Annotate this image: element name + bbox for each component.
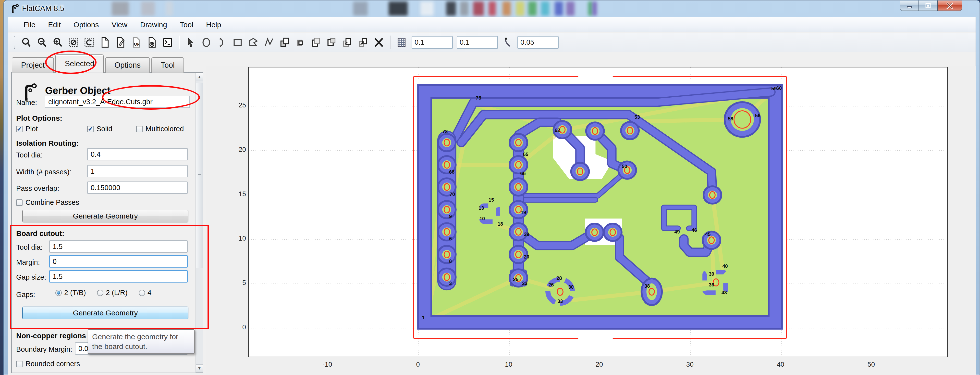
x-tick-label: 20 (589, 361, 609, 369)
draw-polyline-icon[interactable] (262, 35, 276, 49)
grid-snap-icon[interactable] (395, 35, 409, 49)
new-project-icon[interactable] (98, 35, 112, 49)
pad-number-label: 18 (498, 221, 503, 227)
glass-reflection (488, 2, 496, 16)
selected-panel: Gerber Object Name: clignotant_v3.2_A-Ed… (8, 66, 205, 375)
name-label: Name: (16, 99, 37, 107)
glass-reflection (592, 2, 597, 16)
close-button[interactable] (937, 0, 962, 11)
menu-help[interactable]: Help (200, 19, 228, 31)
combine-passes-checkbox[interactable]: Combine Passes (16, 198, 79, 206)
shell-icon[interactable] (161, 35, 175, 49)
plot-axes[interactable]: 1757368709683656662535058565960151310181… (248, 67, 948, 357)
checkbox-box (136, 126, 143, 132)
isolation-2-input[interactable]: 0.150000 (87, 182, 188, 194)
draw-polygon-icon[interactable] (246, 35, 261, 49)
pad-number-label: 45 (705, 231, 711, 237)
y-tick-label: 20 (232, 146, 246, 153)
grid-x-input[interactable]: 0.1 (412, 36, 453, 49)
clear-plot-icon[interactable] (67, 35, 81, 49)
glass-reflection (353, 2, 368, 16)
open-project-icon[interactable] (113, 35, 128, 49)
titlebar[interactable]: FlatCAM 8.5 (4, 0, 980, 17)
import-cancel-icon[interactable] (145, 35, 159, 49)
pad-number-label: 40 (722, 263, 728, 269)
pad-number-label: 62 (555, 128, 560, 133)
glass-reflection (112, 2, 129, 16)
pcb-plot-canvas[interactable]: 1757368709683656662535058565960151310181… (249, 67, 947, 357)
zoom-in-icon[interactable] (51, 35, 65, 49)
scroll-down-arrow[interactable]: ▼ (196, 364, 203, 372)
menu-options[interactable]: Options (67, 19, 105, 31)
checkbox-label: Solid (97, 125, 113, 133)
zoom-out-icon[interactable] (35, 35, 49, 49)
geo-intersect-icon[interactable] (293, 35, 307, 49)
menu-edit[interactable]: Edit (41, 19, 67, 31)
isolation-1-input[interactable]: 1 (87, 165, 188, 177)
menu-tool[interactable]: Tool (173, 19, 200, 31)
tab-tool[interactable]: Tool (151, 57, 184, 73)
svg-text:Ok: Ok (134, 42, 139, 46)
zoom-fit-icon[interactable] (19, 35, 33, 49)
geo-subtract-icon[interactable] (309, 35, 323, 49)
geo-delete-icon[interactable] (372, 35, 386, 49)
rounded-corners-checkbox[interactable]: Rounded corners (16, 360, 80, 368)
glass-reflection (165, 2, 173, 16)
checkbox-plot[interactable]: ✔Plot (16, 125, 38, 133)
pad-number-label: 58 (728, 116, 733, 121)
grid-y-input[interactable]: 0.1 (457, 36, 498, 49)
tab-bar: ProjectSelectedOptionsTool (12, 54, 186, 73)
glass-reflection (460, 2, 468, 16)
checkbox-label: Rounded corners (25, 360, 80, 368)
x-tick-label: 50 (861, 361, 881, 369)
geo-move-icon[interactable] (356, 35, 370, 49)
isolation-0-input[interactable]: 0.4 (87, 148, 188, 160)
plot-options-title: Plot Options: (16, 114, 62, 122)
tab-options[interactable]: Options (105, 57, 150, 73)
geo-union-icon[interactable] (278, 35, 292, 49)
geo-cut-icon[interactable] (325, 35, 339, 49)
generate-geometry-isolation-button[interactable]: Generate Geometry (22, 210, 188, 222)
menubar: FileEditOptionsViewDrawingToolHelp (8, 17, 975, 32)
snap-max-input[interactable]: 0.05 (517, 36, 558, 49)
draw-rectangle-icon[interactable] (231, 35, 245, 49)
scroll-up-arrow[interactable]: ▲ (196, 73, 203, 81)
pad-number-label: 25 (513, 277, 519, 282)
menu-view[interactable]: View (105, 19, 134, 31)
glass-reflection (528, 2, 536, 16)
plot-pane: 1757368709683656662535058565960151310181… (206, 66, 976, 375)
checkbox-solid[interactable]: ✔Solid (87, 125, 113, 133)
geo-copy-icon[interactable] (340, 35, 355, 49)
pad-number-label: 8 (449, 259, 452, 264)
checkbox-box: ✔ (16, 126, 22, 132)
pad-number-label: 28 (557, 275, 562, 281)
menu-file[interactable]: File (17, 19, 41, 31)
checkbox-multicolored[interactable]: Multicolored (136, 125, 184, 133)
pad-number-label: 68 (449, 169, 455, 175)
pad-number-label: 19 (520, 210, 526, 215)
pad-number-label: 36 (709, 282, 714, 287)
pad-number-label: 39 (709, 271, 714, 277)
import-ok-icon[interactable]: Ok (129, 35, 143, 49)
toolbar-grip[interactable] (14, 36, 16, 49)
noncopper-title: Non-copper regions (16, 332, 86, 340)
minimize-button[interactable] (900, 0, 919, 11)
isolation-0-label: Tool dia: (16, 151, 43, 159)
pad-number-label: 6 (449, 236, 452, 241)
menu-drawing[interactable]: Drawing (134, 19, 173, 31)
glass-reflection (503, 2, 511, 16)
draw-arc-icon[interactable] (215, 35, 229, 49)
pad-number-label: 65 (523, 152, 528, 157)
isolation-1-label: Width (# passes): (16, 168, 72, 176)
boundary-margin-label: Boundary Margin: (16, 345, 72, 353)
tooltip-line2: the board cutout. (92, 341, 190, 351)
corner-snap-icon[interactable] (501, 35, 515, 49)
tooltip: Generate the geometry for the board cuto… (88, 329, 194, 354)
pad-number-label: 23 (522, 281, 528, 286)
maximize-button[interactable] (919, 0, 937, 11)
draw-circle-icon[interactable] (199, 35, 213, 49)
pad-number-label: 49 (674, 229, 679, 235)
select-icon[interactable] (183, 35, 198, 49)
replot-icon[interactable] (82, 35, 96, 49)
pad-number-label: 29 (524, 231, 529, 237)
